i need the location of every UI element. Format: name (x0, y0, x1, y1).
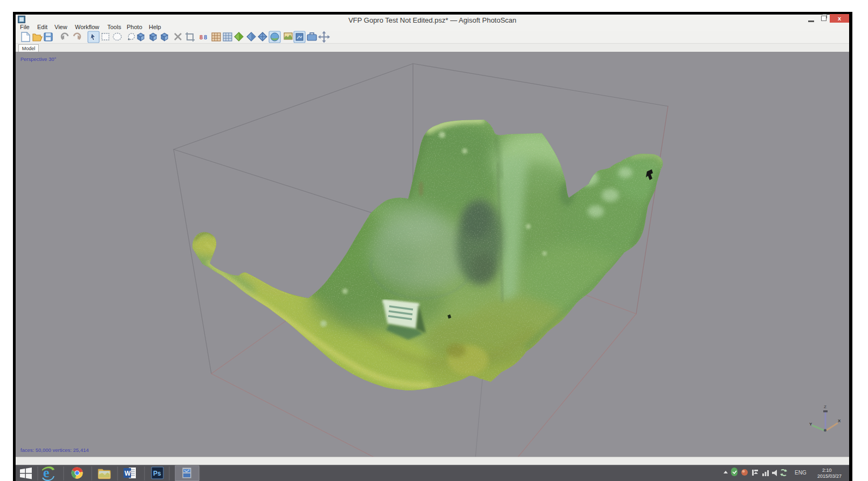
svg-text:8: 8 (199, 34, 203, 40)
svg-text:Z: Z (824, 404, 826, 409)
svg-text:8: 8 (204, 34, 207, 40)
svg-text:Y: Y (809, 422, 812, 427)
svg-text:2015/03/27: 2015/03/27 (817, 473, 842, 479)
svg-text:2:10: 2:10 (822, 468, 832, 473)
svg-text:faces: 50,000 vertices: 25,414: faces: 50,000 vertices: 25,414 (20, 447, 89, 453)
svg-text:ENG: ENG (795, 470, 807, 476)
svg-text:Perspective 30°: Perspective 30° (20, 56, 57, 62)
svg-text:W: W (125, 470, 131, 477)
svg-text:X: X (838, 418, 841, 423)
svg-text:Ps: Ps (153, 470, 161, 477)
